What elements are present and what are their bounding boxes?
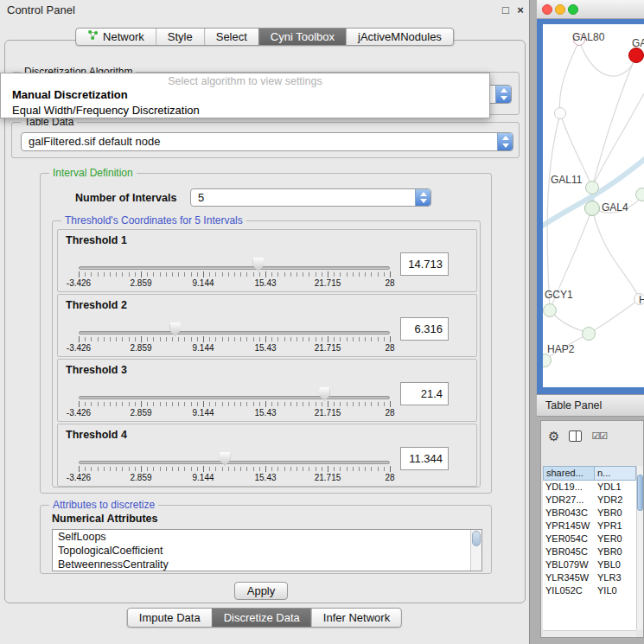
table-panel-header: Table Panel — [537, 394, 644, 417]
apply-button[interactable]: Apply — [234, 582, 288, 600]
number-of-intervals-label: Number of Intervals — [75, 192, 176, 204]
table-panel-window: ⚙ ☑☑ shared... n... YDL19... YDL1 YDR27.… — [540, 420, 644, 638]
network-node[interactable] — [628, 48, 644, 63]
slider-thumb[interactable] — [252, 258, 264, 271]
window-title: Control Panel — [7, 3, 75, 16]
cyni-mode-tabs: Impute Data Discretize Data Infer Networ… — [127, 608, 402, 628]
network-icon — [87, 29, 99, 45]
table-scrollbar-thumb[interactable] — [637, 475, 643, 511]
combo-arrows-icon[interactable] — [497, 133, 513, 150]
tab-infer-network[interactable]: Infer Network — [311, 609, 401, 627]
network-node[interactable] — [585, 181, 599, 194]
table-row[interactable]: YPR145W YPR1 — [543, 520, 636, 532]
column-header-shared-name[interactable]: shared... — [543, 466, 595, 481]
slider-thumb[interactable] — [169, 322, 181, 336]
threshold-panels: Threshold 1 -3.426 2.859 9.144 15.43 21.… — [57, 229, 477, 488]
checkbox-icons[interactable]: ☑☑ — [591, 430, 607, 442]
table-row[interactable]: YBR043C YBR0 — [543, 507, 636, 520]
control-panel-window: Control Panel □ × Network Style Select C… — [0, 0, 530, 644]
tab-network-label: Network — [103, 29, 144, 45]
dropdown-placeholder-item: Select algorithm to view settings — [1, 75, 489, 87]
network-node-label: GCY1 — [545, 289, 573, 301]
number-of-intervals-select[interactable]: 5 — [190, 188, 431, 207]
tab-network[interactable]: Network — [76, 29, 156, 45]
dropdown-option-equal-width-frequency[interactable]: Equal Width/Frequency Discretization — [12, 104, 200, 117]
network-canvas[interactable]: GAL80 GA GAL11 GAL4 GCY1 HAP2 H — [543, 24, 644, 387]
table-panel-title: Table Panel — [545, 399, 602, 411]
interval-definition-group-title: Interval Definition — [49, 167, 137, 180]
float-window-icon[interactable]: □ — [500, 3, 512, 16]
close-window-icon[interactable]: × — [514, 3, 526, 16]
desktop: Control Panel □ × Network Style Select C… — [0, 0, 644, 644]
slider-thumb[interactable] — [220, 452, 231, 466]
network-node[interactable] — [543, 303, 557, 317]
slider-thumb[interactable] — [319, 387, 330, 401]
network-node[interactable] — [554, 107, 566, 119]
table-scrollbar[interactable] — [636, 466, 643, 630]
network-node-label: GAL11 — [551, 174, 582, 186]
table-horizontal-scrollbar[interactable] — [543, 630, 636, 637]
threshold-panel: Threshold 3 -3.426 2.859 9.144 15.43 21.… — [57, 359, 477, 422]
tab-cyni-toolbox[interactable]: Cyni Toolbox — [258, 29, 346, 45]
close-traffic-light-icon[interactable] — [542, 4, 552, 15]
combo-arrows-icon[interactable] — [495, 86, 511, 103]
tab-discretize-data[interactable]: Discretize Data — [212, 609, 311, 627]
table-header-row: shared... n... — [543, 466, 636, 481]
tab-impute-data[interactable]: Impute Data — [128, 609, 212, 627]
threshold-value-field[interactable]: 11.344 — [400, 447, 449, 470]
table-row[interactable]: YER054C YER0 — [543, 532, 636, 545]
attributes-group: Attributes to discretize Numerical Attri… — [40, 505, 492, 574]
network-node-label: GAL4 — [602, 201, 628, 214]
combo-arrows-icon[interactable] — [415, 189, 430, 206]
attributes-group-title: Attributes to discretize — [49, 499, 158, 512]
numerical-attributes-list: SelfLoops TopologicalCoefficient Between… — [52, 529, 482, 571]
number-of-intervals-value: 5 — [198, 189, 410, 206]
table-row[interactable]: YIL052C YIL0 — [543, 584, 636, 597]
threshold-panel: Threshold 4 -3.426 2.859 9.144 15.43 21.… — [57, 424, 477, 487]
algorithm-dropdown: Select algorithm to view settings Manual… — [0, 73, 490, 118]
network-node-label: HAP2 — [547, 343, 574, 355]
control-panel-titlebar: Control Panel □ × — [0, 0, 529, 21]
dropdown-option-manual-discretization[interactable]: Manual Discretization — [12, 88, 128, 101]
table-row[interactable]: YDL19... YDL1 — [543, 481, 636, 494]
control-panel-tabs: Network Style Select Cyni Toolbox jActiv… — [75, 28, 454, 46]
threshold-value-field[interactable]: 14.713 — [400, 252, 449, 276]
network-node[interactable] — [584, 201, 600, 216]
attribute-list-item[interactable]: SelfLoops — [53, 530, 481, 544]
table-row[interactable]: YLR345W YLR3 — [543, 571, 636, 584]
attribute-list-item[interactable]: BetweennessCentrality — [53, 558, 481, 571]
threshold-value-field[interactable]: 6.316 — [400, 317, 449, 341]
attribute-list-item[interactable]: TopologicalCoefficient — [53, 544, 481, 558]
gear-icon[interactable]: ⚙ — [548, 430, 559, 443]
cyni-content-panel: Discretization Algorithm Select algorith… — [4, 40, 526, 603]
table-row[interactable]: YBR045C YBR0 — [543, 545, 636, 558]
network-node[interactable] — [582, 327, 596, 341]
list-scrollbar-thumb[interactable] — [472, 531, 481, 546]
table-row[interactable]: YBL079W YBL0 — [543, 558, 636, 571]
minimize-traffic-light-icon[interactable] — [555, 4, 565, 15]
columns-icon[interactable] — [569, 430, 582, 442]
threshold-panel: Threshold 1 -3.426 2.859 9.144 15.43 21.… — [57, 229, 477, 292]
zoom-traffic-light-icon[interactable] — [568, 4, 578, 15]
tab-select[interactable]: Select — [204, 29, 258, 45]
network-node-label: GA — [632, 37, 644, 49]
numerical-attributes-label: Numerical Attributes — [52, 513, 157, 525]
threshold-panel: Threshold 2 -3.426 2.859 9.144 15.43 21.… — [57, 294, 477, 357]
network-node-label: H — [639, 294, 644, 306]
tab-style[interactable]: Style — [156, 29, 204, 45]
list-scrollbar[interactable] — [470, 530, 481, 571]
table-data-group: Table Data galFiltered.sif default node — [11, 122, 520, 158]
table-row[interactable]: YDR27... YDR2 — [543, 494, 636, 507]
table-data-select[interactable]: galFiltered.sif default node — [21, 132, 513, 151]
network-window-titlebar — [537, 0, 644, 19]
table-toolbar: ⚙ ☑☑ — [548, 425, 643, 446]
tab-jactivemnodules[interactable]: jActiveMNodules — [346, 29, 453, 45]
network-node[interactable] — [635, 188, 644, 201]
thresholds-group-title: Threshold's Coordinates for 5 Intervals — [61, 214, 246, 227]
thresholds-group: Threshold's Coordinates for 5 Intervals … — [52, 220, 481, 488]
table-body: YDL19... YDL1 YDR27... YDR2 YBR043C YBR0… — [543, 481, 636, 630]
network-node-label: GAL80 — [572, 31, 604, 43]
interval-definition-group: Interval Definition Number of Intervals … — [40, 173, 492, 494]
threshold-value-field[interactable]: 21.4 — [400, 382, 449, 405]
column-header-name[interactable]: n... — [595, 466, 636, 481]
